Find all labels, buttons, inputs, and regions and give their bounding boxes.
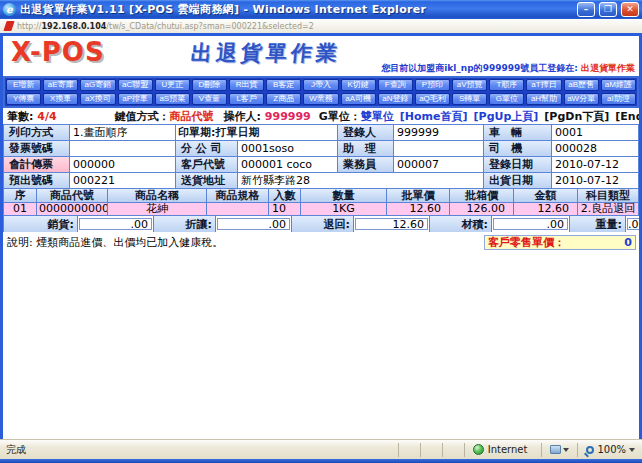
toolbar-button[interactable]: S轉單 [452,93,487,105]
toolbar-button[interactable]: P預印 [415,79,450,91]
toolbar-button[interactable]: E增新 [6,79,41,91]
customer-code-value: 000001 coco [238,157,338,173]
cell-amount: 12.60 [514,203,578,216]
url-text: http://192.168.0.104/tw/s_CData/chutui.a… [17,22,314,31]
assistant-value [394,141,484,157]
toolbar-button[interactable]: aT擇日 [526,79,561,91]
items-column-header: 科目類型 [578,189,639,203]
toolbar-button[interactable]: aH幫助 [526,93,561,105]
toolbar-button[interactable]: T順序 [489,79,524,91]
protected-mode-control[interactable] [541,443,577,457]
cell-product-name: 花紳 [108,203,207,216]
weight-total-label: 重量: [570,216,626,232]
toolbar-button[interactable]: F查詢 [378,79,413,91]
toolbar-button[interactable]: aB歷售 [564,79,599,91]
toolbar-button[interactable]: aG寄銷 [80,79,115,91]
cell-box-price: 126.00 [450,203,514,216]
table-row[interactable]: 01 0000000000024 花紳 10 1KG 12.60 126.00 … [3,203,639,216]
internet-globe-icon [473,444,484,455]
window-bottom-frame [0,459,642,463]
print-mode-value: 1.畫面順序 [70,125,176,141]
sales-total-input[interactable]: .00 [79,218,152,230]
toolbar-button[interactable]: aW分單 [564,93,599,105]
minimize-button[interactable]: – [577,2,595,17]
toolbar-button[interactable]: aV預覽 [452,79,487,91]
nav-pgup-link[interactable]: [PgUp上頁] [474,109,539,124]
retail-price-input[interactable]: 0 [624,236,632,249]
cell-units-per-box: 10 [269,203,301,216]
ship-date-value: 2010-07-12 [552,173,639,189]
record-count-label: 筆數: [7,109,33,124]
cell-quantity: 1KG [301,203,387,216]
toolbar-button[interactable]: aI助理 [601,93,636,105]
toolbar-button[interactable]: D刪除 [192,79,227,91]
registrant-value: 999999 [394,125,484,141]
toolbar-button[interactable]: aC聯盟 [118,79,153,91]
toolbar-button[interactable]: W業務 [303,93,338,105]
unit-mode-label: G單位： [319,109,361,124]
vehicle-value: 0001 [552,125,639,141]
items-column-header: 商品代號 [37,189,108,203]
nav-pgdn-link[interactable]: [PgDn下頁] [544,109,609,124]
items-column-header: 批單價 [387,189,450,203]
toolbar-button[interactable]: B客定 [266,79,301,91]
toolbar-button[interactable]: aA司機 [341,93,376,105]
close-button[interactable]: ✕ [621,2,639,17]
retail-price-label: 客戶零售單價： [488,235,565,250]
status-segment [420,443,442,457]
maximize-button[interactable]: ❐ [599,2,617,17]
toolbar-button[interactable]: aE寄庫 [43,79,78,91]
toolbar-button[interactable]: aP排車 [118,93,153,105]
toolbar-button[interactable]: K切鍵 [341,79,376,91]
status-segment [398,443,420,457]
nav-end-link[interactable]: [End尾頁] [615,109,642,124]
preout-no-label: 預出號碼 [4,173,70,189]
nav-home-link[interactable]: [Home首頁] [400,109,468,124]
sales-total-label: 銷貨: [4,216,78,232]
operator-label: 操作人: [224,109,261,124]
record-count-value: 4/4 [37,110,56,123]
salesman-label: 業務員 [338,157,394,173]
items-column-header: 入數 [269,189,301,203]
volume-total-input[interactable]: .00 [493,218,568,230]
registrant-label: 登錄人 [338,125,394,141]
toolbar-button[interactable]: aN登錄 [378,93,413,105]
status-segment [442,443,464,457]
totals-row: 銷貨: .00 折讓: .00 退回: 12.60 材積: .00 重量: .0… [3,216,639,232]
xpos-logo: X-POS [11,37,105,67]
login-message: 您目前以加盟商ikl_np的999999號員工登錄在: 出退貨單作業 [381,62,635,75]
security-zone: Internet [464,443,542,457]
items-table: 序商品代號商品名稱商品規格入數數量批單價批箱價金額科目類型 01 0000000… [3,189,639,216]
toolbar-button[interactable]: V查量 [192,93,227,105]
voucher-label: 會計傳票 [4,157,70,173]
toolbar-button[interactable]: R出貨 [229,79,264,91]
toolbar-button[interactable]: aS預菜 [155,93,190,105]
volume-total-label: 材積: [430,216,492,232]
toolbar-button[interactable]: aX換司 [80,93,115,105]
toolbar-button[interactable]: aM維護 [601,79,636,91]
zoom-level: 100% [597,444,626,455]
toolbar-button[interactable]: X換車 [43,93,78,105]
toolbar-button[interactable]: aQ毛利 [415,93,450,105]
toolbar-button[interactable]: J帶入 [303,79,338,91]
record-status-line: 筆數: 4/4 鍵值方式：商品代號 操作人: 999999 G單位：雙單位 [H… [3,108,639,124]
voucher-value: 000000 [70,157,176,173]
note-row: 說明: 煙類商品進價、出價均已加入健康稅。 客戶零售單價： 0 [3,232,639,250]
toolbar-button[interactable]: Z商品 [266,93,301,105]
toolbar-button[interactable]: U更正 [155,79,190,91]
vehicle-label: 車 輛 [484,125,552,141]
return-total-input[interactable]: 12.60 [355,218,428,230]
caret-down-icon [629,448,635,452]
weight-total-input[interactable]: .00 [627,218,642,230]
toolbar-button[interactable]: L客戶 [229,93,264,105]
ship-address-label: 送貨地址 [176,173,238,189]
zone-label: Internet [488,444,528,455]
cell-account-type: 2.良品退回 [578,203,639,216]
zoom-control[interactable]: 100% [577,443,639,457]
salesman-value: 000007 [394,157,484,173]
branch-value: 0001soso [238,141,338,157]
toolbar-button[interactable]: G單位 [489,93,524,105]
status-text: 完成 [3,443,398,457]
toolbar-button[interactable]: Y傳票 [6,93,41,105]
discount-total-input[interactable]: .00 [217,218,290,230]
